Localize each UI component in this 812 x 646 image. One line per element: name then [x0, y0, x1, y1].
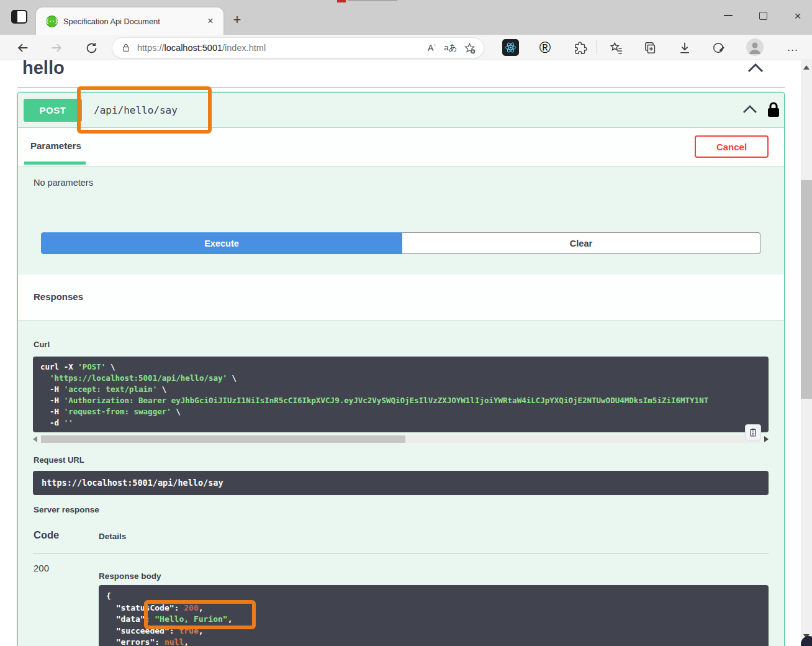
api-tag-title: hello [22, 60, 65, 78]
tab-close-icon[interactable]: × [204, 14, 217, 28]
code-line: -H 'accept: text/plain' \ [40, 384, 761, 395]
post-operation-block: POST /api/hello/say Parameters Cancel No… [17, 92, 785, 646]
code-line: "succeeded": true, [106, 626, 761, 637]
execute-row: Execute Clear [41, 232, 760, 254]
maximize-icon [759, 12, 767, 20]
collections-button[interactable] [641, 39, 660, 57]
scroll-left-icon[interactable] [33, 436, 37, 442]
responses-section-header: Responses [18, 275, 784, 320]
browser-window: {··} Specification Api Document × + × ht… [0, 0, 812, 646]
parameters-tab-underline [24, 162, 86, 165]
code-line: { [106, 591, 761, 603]
tab-favicon-icon: {··} [46, 16, 58, 27]
downloads-button[interactable] [675, 39, 694, 57]
favorites-button[interactable] [607, 39, 626, 57]
extensions-button[interactable] [571, 39, 590, 57]
collections-icon [644, 41, 657, 55]
web-capture-icon [712, 41, 726, 55]
http-method-badge: POST [24, 99, 82, 122]
tag-collapse-button[interactable] [747, 63, 764, 73]
endpoint-path[interactable]: /api/hello/say [94, 93, 178, 128]
clipboard-icon [748, 427, 758, 437]
response-table-divider [33, 553, 769, 554]
download-icon [678, 41, 692, 55]
curl-horizontal-scrollbar[interactable] [33, 435, 769, 443]
minimize-button[interactable] [719, 6, 738, 25]
scroll-up-icon[interactable] [803, 65, 810, 70]
authorize-lock-button[interactable] [766, 101, 781, 119]
curl-command-block[interactable]: curl -X 'POST' \ 'https://localhost:5001… [33, 357, 769, 432]
parameters-section-header: Parameters Cancel [18, 128, 784, 166]
back-arrow-icon [16, 41, 30, 55]
maximize-button[interactable] [754, 6, 772, 25]
response-body-block[interactable]: { "statusCode": 200, "data": "Hello, Fur… [99, 585, 769, 646]
tab-parameters[interactable]: Parameters [30, 140, 81, 151]
lock-icon [766, 101, 781, 119]
window-controls: × [719, 6, 807, 25]
request-url-block: https://localhost:5001/api/hello/say [33, 471, 769, 495]
clear-button[interactable]: Clear [402, 232, 760, 254]
tab-actions-icon[interactable] [11, 10, 27, 24]
details-column-header: Details [99, 532, 126, 541]
execute-button[interactable]: Execute [41, 232, 402, 254]
react-atom-icon [504, 41, 517, 54]
profile-avatar[interactable] [746, 39, 764, 56]
request-url-title: Request URL [34, 455, 84, 465]
star-add-icon [464, 42, 476, 54]
browser-toolbar: https://localhost:5001/index.html Aʾ aあ … [0, 35, 812, 60]
new-tab-button[interactable]: + [228, 11, 246, 29]
cancel-button[interactable]: Cancel [695, 135, 769, 158]
back-button[interactable] [14, 39, 32, 57]
settings-more-button[interactable]: ... [782, 37, 803, 57]
chevron-up-icon [742, 104, 758, 114]
address-bar[interactable]: https://localhost:5001/index.html Aʾ aあ [112, 37, 484, 58]
minimize-icon [724, 15, 733, 16]
toolbar-separator [597, 40, 597, 54]
star-list-icon [610, 41, 623, 55]
server-response-title: Server response [34, 505, 99, 514]
response-body-title: Response body [99, 571, 161, 581]
swagger-page: hello POST /api/hello/say Parameters [0, 60, 801, 646]
react-devtools-extension-icon[interactable] [502, 39, 519, 56]
refresh-button[interactable] [82, 39, 101, 57]
translate-button[interactable]: aあ [441, 39, 460, 57]
add-favorite-button[interactable] [460, 39, 479, 57]
url-scheme: https:// [137, 43, 165, 53]
browser-tab[interactable]: {··} Specification Api Document × [36, 7, 223, 35]
background-window-sliver [337, 0, 346, 2]
background-window-edge [348, 0, 397, 1]
code-column-header: Code [34, 529, 59, 541]
url-text[interactable]: https://localhost:5001/index.html [137, 43, 423, 53]
page-vertical-scrollbar[interactable] [801, 60, 812, 646]
site-lock-icon[interactable] [121, 43, 131, 53]
code-line: "data": "Hello, Furion", [106, 614, 761, 626]
response-status-code: 200 [34, 563, 49, 573]
read-aloud-button[interactable]: Aʾ [423, 39, 441, 57]
close-icon: × [794, 10, 801, 22]
scrollbar-thumb[interactable] [41, 435, 405, 443]
refresh-icon [85, 42, 98, 55]
tag-divider [17, 87, 785, 88]
scrollbar-track[interactable] [41, 435, 760, 443]
code-line: -H 'Authorization: Bearer eyJhbGciOiJIUz… [40, 395, 761, 406]
operation-summary[interactable]: POST /api/hello/say [18, 93, 784, 128]
forward-button[interactable] [47, 39, 66, 57]
tab-title: Specification Api Document [63, 17, 204, 26]
code-line: 'https://localhost:5001/api/hello/say' \ [40, 373, 761, 384]
code-line: -H 'request-from: swagger' \ [40, 406, 761, 417]
copy-to-clipboard-button[interactable] [745, 424, 761, 440]
web-capture-button[interactable] [710, 39, 728, 57]
curl-title: Curl [34, 340, 50, 349]
operation-collapse-button[interactable] [742, 104, 758, 114]
no-parameters-text: No parameters [34, 178, 93, 188]
registered-extension-icon[interactable]: ® [536, 37, 554, 57]
puzzle-icon [574, 42, 587, 55]
forward-arrow-icon [50, 41, 63, 55]
scroll-right-icon[interactable] [764, 436, 769, 442]
close-button[interactable]: × [788, 6, 807, 25]
code-line: -d '' [40, 417, 761, 429]
person-icon [746, 39, 764, 56]
url-host: localhost:5001 [165, 43, 223, 53]
chevron-up-icon [747, 63, 764, 73]
scrollbar-thumb[interactable] [801, 180, 812, 399]
